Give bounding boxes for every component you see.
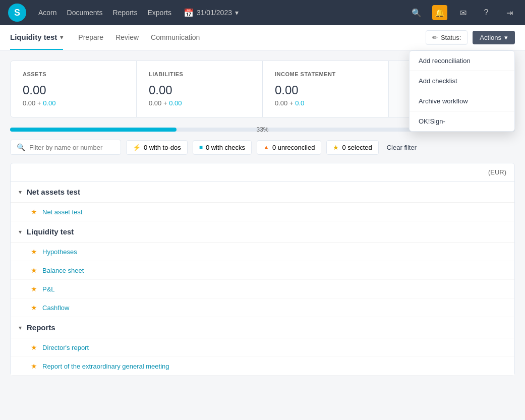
nav-link-reports[interactable]: Reports bbox=[112, 9, 137, 17]
liabilities-sub: 0.00 + 0.00 bbox=[149, 99, 250, 107]
dropdown-item-archive-workflow[interactable]: Archive workflow bbox=[410, 91, 514, 111]
date-selector[interactable]: 📅 31/01/2023 ▾ bbox=[184, 8, 239, 18]
income-statement-link[interactable]: 0.0 bbox=[295, 99, 304, 107]
filter-row: 🔍 ⚡ 0 with to-dos ■ 0 with checks ▲ 0 un… bbox=[10, 140, 515, 155]
top-nav-icons: 🔍 🔔 ✉ ? ⇥ bbox=[409, 5, 517, 20]
section-reports: ▾ Reports bbox=[11, 317, 514, 338]
lightning-icon: ⚡ bbox=[133, 144, 141, 151]
nav-link-documents[interactable]: Documents bbox=[67, 9, 103, 17]
actions-dropdown: Add reconciliation Add checklist Archive… bbox=[409, 50, 515, 132]
income-statement-label: INCOME STATEMENT bbox=[275, 71, 376, 77]
sub-nav-tabs: Prepare Review Communication bbox=[78, 25, 200, 50]
section-net-assets: ▾ Net assets test bbox=[11, 182, 514, 203]
star-icon[interactable]: ★ bbox=[31, 208, 37, 216]
filter-chip-todos[interactable]: ⚡ 0 with to-dos bbox=[126, 140, 188, 155]
assets-card: ASSETS 0.00 0.00 + 0.00 bbox=[11, 61, 137, 117]
liabilities-card: LIABILITIES 0.00 0.00 + 0.00 bbox=[137, 61, 263, 117]
progress-label: 33% bbox=[256, 126, 268, 133]
assets-sub: 0.00 + 0.00 bbox=[23, 99, 124, 107]
item-link-directors-report[interactable]: Director's report bbox=[42, 344, 89, 351]
title-chevron-icon: ▾ bbox=[60, 34, 63, 41]
star-icon[interactable]: ★ bbox=[31, 362, 37, 370]
income-statement-card: INCOME STATEMENT 0.00 0.00 + 0.0 bbox=[263, 61, 389, 117]
search-box[interactable]: 🔍 bbox=[10, 140, 121, 155]
triangle-icon: ▲ bbox=[263, 144, 269, 151]
dropdown-item-oksign[interactable]: OK!Sign- bbox=[410, 111, 514, 131]
tab-prepare[interactable]: Prepare bbox=[78, 25, 103, 50]
filter-chip-selected[interactable]: ★ 0 selected bbox=[326, 140, 378, 155]
actions-button[interactable]: Actions ▾ bbox=[473, 31, 515, 44]
liabilities-value: 0.00 bbox=[149, 83, 250, 97]
list-item: ★ Net asset test bbox=[11, 203, 514, 221]
sub-navigation: Liquidity test ▾ Prepare Review Communic… bbox=[0, 25, 525, 50]
filter-chip-unreconciled[interactable]: ▲ 0 unreconciled bbox=[257, 140, 321, 155]
item-link-extraordinary-meeting[interactable]: Report of the extraordinary general meet… bbox=[42, 363, 169, 370]
item-link-cashflow[interactable]: Cashflow bbox=[42, 304, 69, 312]
sub-nav-actions: ✏ Status: Actions ▾ bbox=[426, 30, 515, 45]
top-nav-links: Acorn Documents Reports Exports bbox=[38, 9, 171, 17]
clear-filter-button[interactable]: Clear filter bbox=[384, 141, 420, 154]
search-icon[interactable]: 🔍 bbox=[409, 5, 424, 20]
list-item: ★ Cashflow bbox=[11, 298, 514, 317]
search-icon: 🔍 bbox=[17, 143, 25, 151]
search-input[interactable] bbox=[29, 144, 114, 151]
section-chevron-icon[interactable]: ▾ bbox=[19, 228, 22, 235]
tab-review[interactable]: Review bbox=[115, 25, 139, 50]
section-title-liquidity: Liquidity test bbox=[27, 227, 74, 236]
assets-link[interactable]: 0.00 bbox=[43, 99, 55, 107]
star-icon[interactable]: ★ bbox=[31, 285, 37, 293]
item-link-pl[interactable]: P&L bbox=[42, 285, 55, 293]
chevron-down-icon: ▾ bbox=[504, 34, 508, 41]
section-title-net-assets: Net assets test bbox=[27, 188, 80, 196]
section-title-reports: Reports bbox=[27, 323, 55, 332]
logout-icon[interactable]: ⇥ bbox=[502, 5, 517, 20]
section-chevron-icon[interactable]: ▾ bbox=[19, 324, 22, 331]
liabilities-label: LIABILITIES bbox=[149, 71, 250, 77]
list-item: ★ Hypotheses bbox=[11, 243, 514, 261]
star-icon[interactable]: ★ bbox=[31, 266, 37, 274]
page-title[interactable]: Liquidity test ▾ bbox=[10, 25, 63, 50]
nav-link-exports[interactable]: Exports bbox=[147, 9, 171, 17]
notification-icon[interactable]: 🔔 bbox=[432, 5, 447, 20]
star-icon[interactable]: ★ bbox=[31, 248, 37, 256]
list-item: ★ Report of the extraordinary general me… bbox=[11, 357, 514, 376]
filter-chip-checks[interactable]: ■ 0 with checks bbox=[193, 140, 252, 155]
star-icon[interactable]: ★ bbox=[31, 304, 37, 312]
assets-label: ASSETS bbox=[23, 71, 124, 77]
liabilities-link[interactable]: 0.00 bbox=[169, 99, 182, 107]
section-chevron-icon[interactable]: ▾ bbox=[19, 189, 22, 196]
square-icon: ■ bbox=[199, 144, 203, 151]
mail-icon[interactable]: ✉ bbox=[455, 5, 471, 20]
nav-link-acorn[interactable]: Acorn bbox=[38, 9, 57, 17]
income-statement-sub: 0.00 + 0.0 bbox=[275, 99, 376, 107]
progress-bar-fill bbox=[10, 128, 177, 132]
assets-value: 0.00 bbox=[23, 83, 124, 97]
table-area: (EUR) ▾ Net assets test ★ Net asset test… bbox=[10, 163, 515, 376]
dropdown-item-add-reconciliation[interactable]: Add reconciliation bbox=[410, 51, 514, 71]
tab-communication[interactable]: Communication bbox=[151, 25, 200, 50]
item-link-hypotheses[interactable]: Hypotheses bbox=[42, 248, 77, 256]
status-button[interactable]: ✏ Status: bbox=[426, 30, 468, 45]
star-icon[interactable]: ★ bbox=[31, 343, 37, 351]
item-link-net-asset-test[interactable]: Net asset test bbox=[42, 208, 82, 216]
income-statement-value: 0.00 bbox=[275, 83, 376, 97]
table-currency-header: (EUR) bbox=[11, 163, 514, 182]
dropdown-item-add-checklist[interactable]: Add checklist bbox=[410, 71, 514, 91]
list-item: ★ P&L bbox=[11, 280, 514, 298]
list-item: ★ Balance sheet bbox=[11, 261, 514, 280]
top-navigation: S Acorn Documents Reports Exports 📅 31/0… bbox=[0, 0, 525, 25]
star-filter-icon: ★ bbox=[333, 144, 339, 151]
list-item: ★ Director's report bbox=[11, 338, 514, 357]
app-logo[interactable]: S bbox=[8, 4, 26, 22]
item-link-balance-sheet[interactable]: Balance sheet bbox=[42, 267, 84, 274]
section-liquidity: ▾ Liquidity test bbox=[11, 221, 514, 243]
pencil-icon: ✏ bbox=[432, 34, 438, 41]
help-icon[interactable]: ? bbox=[479, 5, 494, 20]
